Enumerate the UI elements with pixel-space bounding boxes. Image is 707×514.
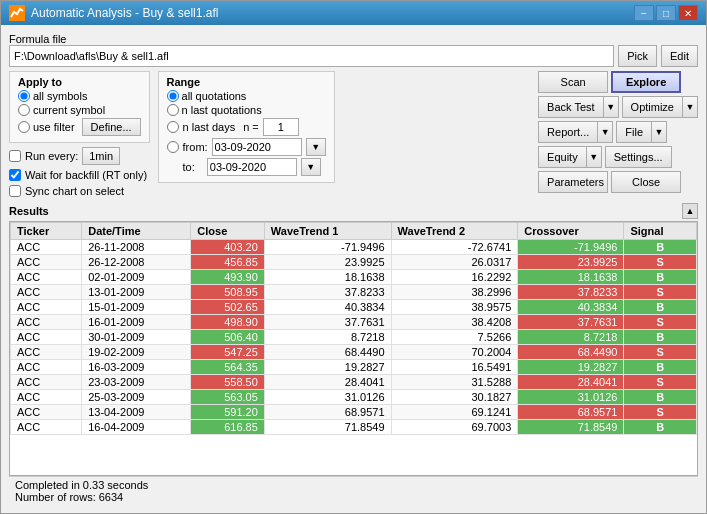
cell-close: 508.95 <box>191 285 264 300</box>
right-buttons: Scan Explore Back Test ▼ Optimize ▼ <box>538 71 698 193</box>
cell-wt1: 8.7218 <box>264 330 391 345</box>
table-row[interactable]: ACC 30-01-2009 506.40 8.7218 7.5266 8.72… <box>11 330 697 345</box>
apply-current-radio[interactable] <box>18 104 30 116</box>
formula-label: Formula file <box>9 33 698 45</box>
from-date-picker[interactable]: ▼ <box>306 138 326 156</box>
cell-wt1: 68.4490 <box>264 345 391 360</box>
cell-crossover: 71.8549 <box>518 420 624 435</box>
sync-chart-checkbox[interactable] <box>9 185 21 197</box>
table-row[interactable]: ACC 16-04-2009 616.85 71.8549 69.7003 71… <box>11 420 697 435</box>
report-arrow[interactable]: ▼ <box>597 121 613 143</box>
cell-crossover: 40.3834 <box>518 300 624 315</box>
report-button[interactable]: Report... <box>538 121 597 143</box>
range-last-days-radio[interactable] <box>167 121 179 133</box>
table-scroll-wrapper[interactable]: Ticker Date/Time Close WaveTrend 1 WaveT… <box>10 222 697 475</box>
maximize-button[interactable]: □ <box>656 5 676 21</box>
cell-close: 493.90 <box>191 270 264 285</box>
cell-ticker: ACC <box>11 420 82 435</box>
cell-signal: B <box>624 360 697 375</box>
apply-filter-radio[interactable] <box>18 121 30 133</box>
range-from-radio[interactable] <box>167 141 179 153</box>
formula-section: Formula file Pick Edit <box>9 33 698 67</box>
cell-close: 506.40 <box>191 330 264 345</box>
table-row[interactable]: ACC 13-01-2009 508.95 37.8233 38.2996 37… <box>11 285 697 300</box>
apply-all-radio[interactable] <box>18 90 30 102</box>
to-date-picker[interactable]: ▼ <box>301 158 321 176</box>
cell-crossover: 8.7218 <box>518 330 624 345</box>
file-button[interactable]: File <box>616 121 651 143</box>
cell-wt1: 19.2827 <box>264 360 391 375</box>
range-last-quotations-label: n last quotations <box>182 104 262 116</box>
cell-datetime: 16-04-2009 <box>82 420 191 435</box>
file-arrow[interactable]: ▼ <box>651 121 667 143</box>
optimize-button[interactable]: Optimize <box>622 96 682 118</box>
from-date-input[interactable] <box>212 138 302 156</box>
results-scroll-button[interactable]: ▲ <box>682 203 698 219</box>
range-group: Range all quotations n last quotations n… <box>158 71 335 183</box>
cell-wt2: 70.2004 <box>391 345 518 360</box>
run-every-value[interactable]: 1min <box>82 147 120 165</box>
cell-signal: B <box>624 390 697 405</box>
table-row[interactable]: ACC 25-03-2009 563.05 31.0126 30.1827 31… <box>11 390 697 405</box>
cell-wt2: 38.9575 <box>391 300 518 315</box>
cell-crossover: 31.0126 <box>518 390 624 405</box>
range-last-days-label: n last days <box>183 121 236 133</box>
settings-button[interactable]: Settings... <box>605 146 672 168</box>
cell-datetime: 19-02-2009 <box>82 345 191 360</box>
content-area: Formula file Pick Edit Apply to all symb… <box>1 25 706 513</box>
cell-ticker: ACC <box>11 315 82 330</box>
table-row[interactable]: ACC 23-03-2009 558.50 28.4041 31.5288 28… <box>11 375 697 390</box>
results-table: Ticker Date/Time Close WaveTrend 1 WaveT… <box>10 222 697 435</box>
cell-wt1: -71.9496 <box>264 240 391 255</box>
cell-datetime: 02-01-2009 <box>82 270 191 285</box>
table-row[interactable]: ACC 02-01-2009 493.90 18.1638 16.2292 18… <box>11 270 697 285</box>
pick-button[interactable]: Pick <box>618 45 657 67</box>
equity-button[interactable]: Equity <box>538 146 586 168</box>
equity-arrow[interactable]: ▼ <box>586 146 602 168</box>
cell-wt2: 16.5491 <box>391 360 518 375</box>
cell-close: 564.35 <box>191 360 264 375</box>
table-row[interactable]: ACC 26-11-2008 403.20 -71.9496 -72.6741 … <box>11 240 697 255</box>
wait-backfill-checkbox[interactable] <box>9 169 21 181</box>
optimize-arrow[interactable]: ▼ <box>682 96 698 118</box>
close-button[interactable]: Close <box>611 171 681 193</box>
formula-input[interactable] <box>9 45 614 67</box>
window-close-button[interactable]: ✕ <box>678 5 698 21</box>
results-table-container: Ticker Date/Time Close WaveTrend 1 WaveT… <box>9 221 698 476</box>
cell-ticker: ACC <box>11 285 82 300</box>
cell-datetime: 30-01-2009 <box>82 330 191 345</box>
cell-close: 591.20 <box>191 405 264 420</box>
backtest-arrow[interactable]: ▼ <box>603 96 619 118</box>
table-row[interactable]: ACC 19-02-2009 547.25 68.4490 70.2004 68… <box>11 345 697 360</box>
edit-button[interactable]: Edit <box>661 45 698 67</box>
col-ticker: Ticker <box>11 223 82 240</box>
minimize-button[interactable]: − <box>634 5 654 21</box>
cell-crossover: 18.1638 <box>518 270 624 285</box>
to-date-input[interactable] <box>207 158 297 176</box>
n-input[interactable] <box>263 118 299 136</box>
run-every-checkbox[interactable] <box>9 150 21 162</box>
explore-button[interactable]: Explore <box>611 71 681 93</box>
cell-wt2: 69.1241 <box>391 405 518 420</box>
cell-wt1: 18.1638 <box>264 270 391 285</box>
wait-backfill-label: Wait for backfill (RT only) <box>25 169 147 181</box>
parameters-button[interactable]: Parameters <box>538 171 608 193</box>
table-row[interactable]: ACC 16-01-2009 498.90 37.7631 38.4208 37… <box>11 315 697 330</box>
define-button[interactable]: Define... <box>82 118 141 136</box>
scan-button[interactable]: Scan <box>538 71 608 93</box>
cell-datetime: 13-01-2009 <box>82 285 191 300</box>
table-row[interactable]: ACC 16-03-2009 564.35 19.2827 16.5491 19… <box>11 360 697 375</box>
n-label: n = <box>243 121 259 133</box>
range-all-radio[interactable] <box>167 90 179 102</box>
col-close: Close <box>191 223 264 240</box>
apply-current-label: current symbol <box>33 104 105 116</box>
table-row[interactable]: ACC 26-12-2008 456.85 23.9925 26.0317 23… <box>11 255 697 270</box>
table-row[interactable]: ACC 13-04-2009 591.20 68.9571 69.1241 68… <box>11 405 697 420</box>
backtest-button[interactable]: Back Test <box>538 96 603 118</box>
cell-ticker: ACC <box>11 345 82 360</box>
cell-datetime: 16-01-2009 <box>82 315 191 330</box>
top-section: Formula file Pick Edit Apply to all symb… <box>9 33 698 197</box>
cell-crossover: 19.2827 <box>518 360 624 375</box>
range-last-quotations-radio[interactable] <box>167 104 179 116</box>
table-row[interactable]: ACC 15-01-2009 502.65 40.3834 38.9575 40… <box>11 300 697 315</box>
